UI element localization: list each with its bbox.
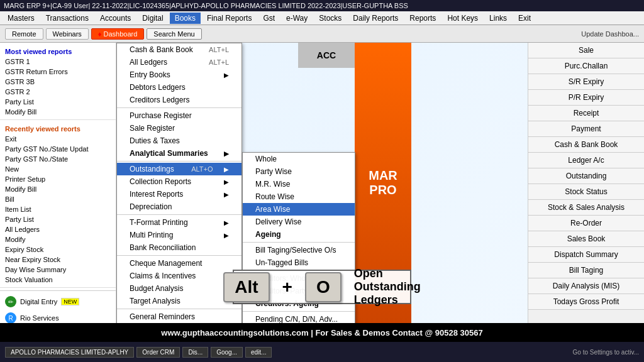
- books-outstandings[interactable]: Outstandings ALT+O ▶: [117, 163, 242, 175]
- books-analytical[interactable]: Analytical Summaries ▶: [117, 147, 242, 160]
- out-party-wise[interactable]: Party Wise: [243, 165, 355, 178]
- right-sales-book[interactable]: Sales Book: [528, 231, 644, 247]
- sidebar-all-ledgers[interactable]: All Ledgers: [0, 224, 116, 234]
- out-ageing[interactable]: Ageing: [243, 228, 355, 241]
- menu-links[interactable]: Links: [484, 13, 512, 24]
- remote-btn[interactable]: Remote: [5, 28, 43, 40]
- right-gross-profit[interactable]: Todays Gross Profit: [528, 294, 644, 310]
- books-sale-register[interactable]: Sale Register: [117, 122, 242, 134]
- menu-books[interactable]: Books: [170, 13, 201, 24]
- books-cheque-mgmt[interactable]: Cheque Management: [117, 257, 242, 270]
- out-route-wise[interactable]: Route Wise: [243, 190, 355, 203]
- books-entry-books[interactable]: Entry Books ▶: [117, 69, 242, 81]
- sidebar-near-expiry[interactable]: Near Expiry Stock: [0, 255, 116, 265]
- sidebar-stock-valuation[interactable]: Stock Valuation: [0, 275, 116, 285]
- right-daily-analysis[interactable]: Daily Analysis (MIS): [528, 278, 644, 294]
- menu-bar[interactable]: Masters Transactions Accounts Digital Bo…: [0, 11, 644, 25]
- search-menu-btn[interactable]: Search Menu: [147, 28, 201, 40]
- right-sale[interactable]: Sale: [528, 43, 644, 58]
- out-untagged[interactable]: Un-Tagged Bills: [243, 256, 355, 269]
- right-dispatch-summary[interactable]: Dispatch Summary: [528, 247, 644, 263]
- sidebar-party-list[interactable]: Party List: [0, 97, 116, 107]
- books-interest-reports[interactable]: Interest Reports ▶: [117, 188, 242, 200]
- books-depreciation[interactable]: Depreciation: [117, 200, 242, 213]
- menu-exit[interactable]: Exit: [513, 13, 536, 24]
- menu-final-reports[interactable]: Final Reports: [202, 13, 257, 24]
- books-reminders[interactable]: General Reminders: [117, 310, 242, 323]
- menu-reports[interactable]: Reports: [404, 13, 441, 24]
- webinars-btn[interactable]: Webinars: [46, 28, 89, 40]
- taskbar-goog[interactable]: Goog...: [211, 347, 243, 358]
- right-reorder[interactable]: Re-Order: [528, 216, 644, 231]
- taskbar-dis[interactable]: Dis...: [182, 347, 208, 358]
- sidebar-day-wise[interactable]: Day Wise Summary: [0, 265, 116, 275]
- right-receipt[interactable]: Receipt: [528, 106, 644, 121]
- books-cash-bank[interactable]: Cash & Bank Book ALT+L: [117, 43, 242, 56]
- right-sr-expiry[interactable]: S/R Expiry: [528, 74, 644, 90]
- menu-stocks[interactable]: Stocks: [314, 13, 347, 24]
- out-sep1: [243, 242, 355, 243]
- sidebar-modify-bill2[interactable]: Modify Bill: [0, 184, 116, 194]
- books-sep1: [117, 107, 242, 108]
- taskbar-order-crm[interactable]: Order CRM: [136, 347, 180, 358]
- books-multi-printing[interactable]: Multi Printing ▶: [117, 229, 242, 241]
- sidebar-bill[interactable]: Bill: [0, 194, 116, 204]
- sidebar-gstr-errors[interactable]: GSTR Return Errors: [0, 67, 116, 77]
- menu-masters[interactable]: Masters: [3, 13, 40, 24]
- plus-sign: +: [282, 277, 292, 297]
- right-stock-status[interactable]: Stock Status: [528, 184, 644, 200]
- dashboard-btn[interactable]: ♦ Dashboard: [91, 28, 145, 40]
- title-bar: MARG ERP 9+|CA-99 User| 22-11-2022|LIC-1…: [0, 0, 644, 11]
- sidebar-printer-setup[interactable]: Printer Setup: [0, 174, 116, 184]
- right-ledger[interactable]: Ledger A/c: [528, 153, 644, 168]
- menu-transactions[interactable]: Transactions: [41, 13, 94, 24]
- books-creditors[interactable]: Creditors Ledgers: [117, 94, 242, 106]
- taskbar-company[interactable]: APOLLO PHARMACIES LIMITED-APLHY: [5, 347, 134, 358]
- out-bill-taging[interactable]: Bill Taging/Selective O/s: [243, 244, 355, 256]
- right-stock-sales[interactable]: Stock & Sales Analysis: [528, 200, 644, 216]
- out-area-wise[interactable]: Area Wise: [243, 203, 355, 216]
- right-bill-taging[interactable]: Bill Taging: [528, 263, 644, 278]
- sidebar-gstr3b[interactable]: GSTR 3B: [0, 77, 116, 87]
- out-whole[interactable]: Whole: [243, 153, 355, 165]
- sidebar-party-list2[interactable]: Party List: [0, 214, 116, 224]
- sidebar-party-gst-state[interactable]: Party GST No./State: [0, 154, 116, 164]
- sidebar-modify[interactable]: Modify: [0, 234, 116, 244]
- sidebar-modify-bill[interactable]: Modify Bill: [0, 107, 116, 117]
- out-pending-cn[interactable]: Pending C/N, D/N, Adv...: [243, 313, 355, 323]
- digital-entry-icon: ✏: [5, 296, 16, 307]
- books-t-format[interactable]: T-Format Printing ▶: [117, 216, 242, 229]
- books-debtors[interactable]: Debtors Ledgers: [117, 81, 242, 94]
- books-all-ledgers[interactable]: All Ledgers ALT+L: [117, 56, 242, 69]
- out-mr-wise[interactable]: M.R. Wise: [243, 178, 355, 190]
- sidebar-gstr2[interactable]: GSTR 2: [0, 87, 116, 97]
- menu-accounts[interactable]: Accounts: [95, 13, 136, 24]
- sidebar-exit[interactable]: Exit: [0, 134, 116, 144]
- sidebar-party-gst-updat[interactable]: Party GST No./State Updat: [0, 144, 116, 154]
- sidebar-digital-entry[interactable]: ✏ Digital Entry NEW: [0, 293, 116, 310]
- menu-digital[interactable]: Digital: [137, 13, 168, 24]
- menu-eway[interactable]: e-Way: [281, 13, 313, 24]
- taskbar-windows-msg: Go to Settings to activ...: [573, 349, 639, 356]
- menu-daily-reports[interactable]: Daily Reports: [348, 13, 403, 24]
- sidebar-new[interactable]: New: [0, 164, 116, 174]
- books-purchase-register[interactable]: Purchase Register: [117, 109, 242, 122]
- sidebar-rio-services[interactable]: R Rio Services: [0, 310, 116, 323]
- right-payment[interactable]: Payment: [528, 121, 644, 137]
- menu-gst[interactable]: Gst: [258, 13, 280, 24]
- sidebar-gstr1[interactable]: GSTR 1: [0, 57, 116, 67]
- right-cash-bank[interactable]: Cash & Bank Book: [528, 137, 644, 153]
- sidebar-item-list[interactable]: Item List: [0, 204, 116, 214]
- most-viewed-title: Most viewed reports: [0, 45, 116, 57]
- right-purc-challan[interactable]: Purc.Challan: [528, 58, 644, 74]
- taskbar-edit[interactable]: edit...: [245, 347, 272, 358]
- menu-hot-keys[interactable]: Hot Keys: [442, 13, 483, 24]
- out-delivery-wise[interactable]: Delivery Wise: [243, 216, 355, 228]
- books-bank-recon[interactable]: Bank Reconciliation: [117, 241, 242, 254]
- right-outstanding[interactable]: Outstanding: [528, 168, 644, 184]
- acc-text: ACC: [317, 50, 336, 60]
- books-duties-taxes[interactable]: Duties & Taxes: [117, 134, 242, 147]
- right-pr-expiry[interactable]: P/R Expiry: [528, 90, 644, 106]
- books-collection-reports[interactable]: Collection Reports ▶: [117, 175, 242, 188]
- sidebar-expiry-stock[interactable]: Expiry Stock: [0, 244, 116, 255]
